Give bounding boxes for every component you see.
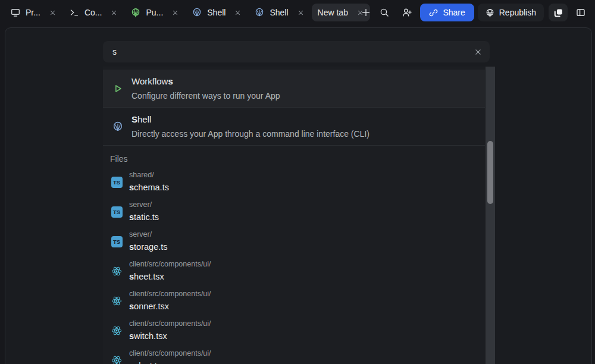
tab-strip: Pr...Co...Pu...ShellShellNew tab	[5, 4, 357, 21]
close-icon[interactable]	[297, 9, 305, 17]
monitor-icon	[11, 8, 20, 17]
tool-result-description: Configure different ways to run your App	[131, 89, 280, 102]
search-button[interactable]	[375, 4, 394, 21]
globe-icon	[486, 8, 494, 17]
typescript-icon: TS	[110, 236, 123, 247]
file-name: sonner.tsx	[129, 300, 211, 313]
terminal-icon	[70, 8, 79, 17]
close-icon[interactable]	[234, 9, 242, 17]
search-results-dropdown: WorkflowsConfigure different ways to run…	[103, 67, 495, 364]
typescript-icon: TS	[110, 177, 123, 188]
play-icon	[111, 75, 124, 102]
pages-button[interactable]	[549, 4, 568, 21]
tab-shell[interactable]: Shell	[186, 4, 248, 21]
file-name: switch.tsx	[129, 330, 211, 343]
react-icon	[110, 296, 123, 306]
file-result-row[interactable]: client/src/components/ui/select.tsx	[103, 346, 485, 364]
tool-result-row[interactable]: WorkflowsConfigure different ways to run…	[103, 70, 485, 107]
tab-label: Shell	[207, 8, 226, 17]
files-section-header: Files	[103, 146, 485, 167]
pages-icon	[553, 8, 563, 18]
file-path: server/	[129, 200, 159, 210]
file-path: client/src/components/ui/	[129, 289, 211, 299]
file-result-row[interactable]: client/src/components/ui/switch.tsx	[103, 316, 485, 346]
close-icon[interactable]	[110, 9, 118, 17]
file-results: TSshared/schema.tsTSserver/static.tsTSse…	[103, 167, 485, 364]
file-result-row[interactable]: client/src/components/ui/sonner.tsx	[103, 286, 485, 316]
link-icon	[429, 8, 438, 17]
close-icon[interactable]	[171, 9, 179, 17]
file-name: storage.ts	[129, 240, 168, 253]
tab-label: Shell	[270, 8, 288, 17]
file-name: select.tsx	[129, 359, 211, 364]
tab-label: Pu...	[146, 8, 163, 17]
file-path: client/src/components/ui/	[129, 259, 211, 269]
react-icon	[110, 266, 123, 277]
results-scrollbar-track	[486, 67, 495, 364]
close-icon[interactable]	[49, 9, 57, 17]
file-path: shared/	[129, 170, 169, 180]
file-result-row[interactable]: TSserver/storage.ts	[103, 227, 485, 256]
search-input[interactable]	[103, 47, 471, 57]
tool-result-title: Shell	[131, 113, 369, 126]
file-name: static.ts	[129, 211, 159, 224]
tab-label: New tab	[318, 8, 348, 17]
search-icon	[380, 8, 389, 17]
tab-label: Pr...	[26, 8, 40, 17]
file-path: client/src/components/ui/	[129, 319, 211, 329]
tool-result-row[interactable]: ShellDirectly access your App through a …	[103, 108, 485, 145]
tool-result-description: Directly access your App through a comma…	[131, 127, 369, 140]
top-bar: Pr...Co...Pu...ShellShellNew tab Share R…	[0, 0, 595, 25]
react-icon	[110, 355, 123, 364]
tab-label: Co...	[84, 8, 102, 17]
republish-button[interactable]: Republish	[478, 4, 544, 21]
file-result-row[interactable]: TSshared/schema.ts	[103, 167, 485, 197]
search-results-list: WorkflowsConfigure different ways to run…	[103, 67, 485, 364]
clear-search-icon[interactable]	[471, 48, 490, 57]
shell-icon	[192, 8, 202, 17]
publish-globe-icon	[131, 8, 140, 17]
typescript-icon: TS	[110, 206, 123, 218]
split-view-icon	[576, 8, 585, 17]
tool-result-title: Workflows	[131, 75, 280, 88]
tab-shell[interactable]: Shell	[249, 4, 310, 21]
tab-pr[interactable]: Pr...	[5, 4, 62, 21]
shell-icon	[111, 113, 124, 140]
new-tab-button[interactable]	[357, 4, 375, 21]
share-button[interactable]: Share	[420, 4, 474, 21]
file-path: server/	[129, 230, 168, 240]
republish-button-label: Republish	[499, 8, 536, 17]
plus-icon	[361, 8, 371, 17]
share-button-label: Share	[443, 8, 465, 17]
invite-user-icon	[402, 8, 412, 17]
command-palette-search	[103, 41, 490, 62]
file-result-row[interactable]: client/src/components/ui/sheet.tsx	[103, 256, 485, 286]
file-result-row[interactable]: TSserver/static.ts	[103, 197, 485, 227]
file-name: sheet.tsx	[129, 270, 211, 283]
tab-co[interactable]: Co...	[64, 4, 124, 21]
shell-icon	[255, 8, 264, 17]
file-path: client/src/components/ui/	[129, 349, 211, 359]
react-icon	[110, 325, 123, 336]
tool-results: WorkflowsConfigure different ways to run…	[103, 67, 485, 146]
file-name: schema.ts	[129, 181, 169, 194]
app-window: Pr...Co...Pu...ShellShellNew tab Share R…	[0, 0, 595, 364]
topbar-actions: Share Republish	[375, 4, 590, 21]
tab-pu[interactable]: Pu...	[125, 4, 185, 21]
split-view-button[interactable]	[571, 4, 590, 21]
invite-user-button[interactable]	[397, 4, 416, 21]
results-scrollbar-thumb[interactable]	[487, 141, 493, 204]
